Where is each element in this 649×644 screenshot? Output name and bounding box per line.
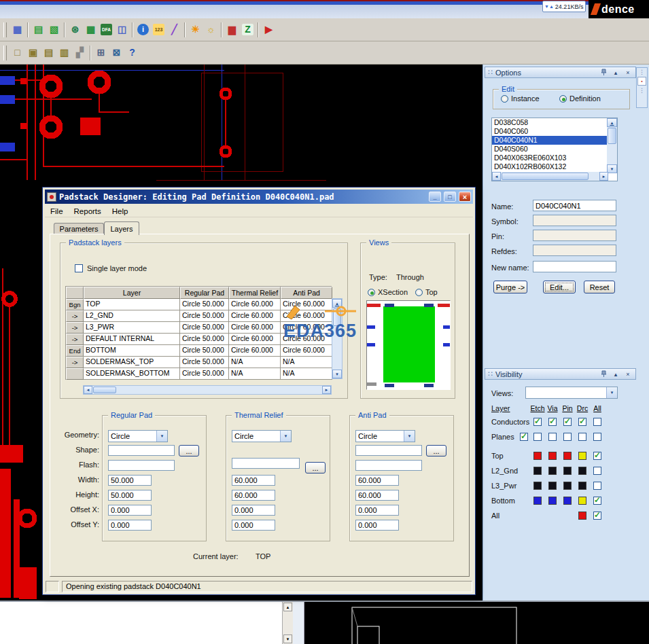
cell-layer[interactable]: L3_PWR <box>84 322 180 334</box>
waive-icon[interactable]: Z <box>240 22 256 37</box>
minimize-button[interactable]: _ <box>429 192 441 202</box>
layer-color-swatch[interactable] <box>578 452 586 460</box>
column-header[interactable]: Thermal Relief <box>229 287 281 299</box>
cell-anti-pad[interactable]: N/A <box>281 357 332 368</box>
close-panel-icon[interactable]: × <box>623 370 633 379</box>
layer-color-swatch[interactable] <box>578 482 586 490</box>
cell-thermal-relief[interactable]: Circle 60.000 <box>229 345 281 357</box>
cell-thermal-relief[interactable]: Circle 60.000 <box>229 334 281 345</box>
cell-regular-pad[interactable]: Circle 50.000 <box>180 334 229 345</box>
visibility-checkbox[interactable] <box>593 497 601 505</box>
tab-parameters[interactable]: Parameters <box>54 223 104 234</box>
info-icon[interactable]: i <box>135 22 151 37</box>
thermal-relief-flash-input[interactable] <box>232 458 300 469</box>
instance-radio[interactable]: Instance <box>501 94 540 103</box>
visibility-checkbox[interactable] <box>593 482 601 490</box>
chevron-down-icon[interactable] <box>606 387 617 398</box>
visibility-checkbox[interactable] <box>593 452 601 460</box>
regular-pad-geometry-select[interactable]: Circle <box>108 430 168 442</box>
dialog-titlebar[interactable]: Padstack Designer: Editing Pad Definitio… <box>45 190 473 204</box>
cell-thermal-relief[interactable]: Circle 60.000 <box>229 322 281 334</box>
anti-pad-shape-input[interactable] <box>355 445 422 456</box>
visibility-checkbox[interactable] <box>520 433 528 441</box>
maximize-button[interactable]: □ <box>444 192 456 202</box>
layer-color-swatch[interactable] <box>548 452 557 460</box>
padstack-list-item[interactable]: D040C060 <box>492 127 607 136</box>
row-marker[interactable]: -> <box>66 322 84 334</box>
scrollbar-thumb[interactable] <box>502 173 589 180</box>
layer-color-swatch[interactable] <box>563 467 572 475</box>
layer-color-swatch[interactable] <box>578 467 586 475</box>
panel-splitter[interactable] <box>293 601 304 644</box>
padstack-list-item[interactable]: D040X102RB060X132 <box>492 162 607 171</box>
cell-regular-pad[interactable]: Circle 50.000 <box>180 368 229 380</box>
anti-pad-flash-input[interactable] <box>355 460 422 471</box>
layer-color-swatch[interactable] <box>533 452 542 460</box>
design-status-icon[interactable]: ▶ <box>261 22 277 37</box>
visibility-checkbox[interactable] <box>578 433 586 441</box>
pin-icon[interactable] <box>599 370 608 379</box>
scroll-down-icon[interactable] <box>607 164 617 173</box>
library-icon[interactable]: ▣ <box>25 45 41 60</box>
library-edit-icon[interactable]: ▤ <box>41 45 56 60</box>
scroll-left-icon[interactable] <box>492 172 501 181</box>
anti-pad-width-input[interactable] <box>355 475 399 486</box>
visibility-checkbox[interactable] <box>578 418 586 426</box>
toolbar-grip[interactable] <box>3 22 7 37</box>
shadow-toggle-icon[interactable]: ☀ <box>188 22 203 37</box>
top-view-radio[interactable]: Top <box>415 288 438 296</box>
regular-pad-height-input[interactable] <box>108 490 152 501</box>
row-marker[interactable]: Bgn <box>66 299 84 310</box>
notes-icon[interactable]: ▥ <box>56 45 72 60</box>
brush-icon[interactable]: ╱ <box>166 22 182 37</box>
row-marker[interactable] <box>66 368 84 380</box>
thermal-relief-width-input[interactable] <box>232 475 275 486</box>
chevron-down-icon[interactable] <box>404 431 415 442</box>
bar-chart-icon[interactable]: ▆ <box>224 22 240 37</box>
edit-button[interactable]: Edit... <box>543 281 576 293</box>
cell-regular-pad[interactable]: Circle 50.000 <box>180 357 229 368</box>
list-vertical-scrollbar[interactable] <box>607 118 617 173</box>
layer-color-swatch[interactable] <box>548 482 557 490</box>
visibility-checkbox[interactable] <box>593 433 601 441</box>
grid-icon[interactable]: ▦ <box>10 22 25 37</box>
new-symbol-icon[interactable]: □ <box>10 45 25 60</box>
menu-reports[interactable]: Reports <box>69 207 107 216</box>
cell-regular-pad[interactable]: Circle 50.000 <box>180 310 229 322</box>
new-name-field[interactable] <box>533 261 616 272</box>
mini-tool-icon[interactable]: ▪ <box>637 77 646 86</box>
padstack-list-item[interactable]: D040C040N1 <box>492 136 607 145</box>
name-field[interactable] <box>533 200 616 211</box>
scroll-down-icon[interactable] <box>332 370 342 378</box>
help-icon[interactable]: ? <box>124 45 140 60</box>
cell-regular-pad[interactable]: Circle 50.000 <box>180 345 229 357</box>
regular-pad-flash-input[interactable] <box>108 460 175 471</box>
visibility-checkbox[interactable] <box>563 418 572 426</box>
cell-regular-pad[interactable]: Circle 50.000 <box>180 322 229 334</box>
anti-pad-offset-y-input[interactable] <box>355 520 399 531</box>
scrollbar-thumb[interactable] <box>93 387 116 393</box>
visibility-checkbox[interactable] <box>593 512 601 520</box>
definition-radio[interactable]: Definition <box>559 94 601 103</box>
anti-pad-height-input[interactable] <box>355 490 399 501</box>
layer-color-swatch[interactable] <box>563 482 572 490</box>
padstack-list-item[interactable]: D040X063RE060X103 <box>492 154 607 162</box>
mail-icon[interactable]: ⊠ <box>109 45 124 60</box>
cell-thermal-relief[interactable]: Circle 60.000 <box>229 310 281 322</box>
cell-anti-pad[interactable]: Circle 60.000 <box>281 345 332 357</box>
cell-layer[interactable]: SOLDERMASK_TOP <box>84 357 180 368</box>
pin-icon[interactable] <box>599 68 608 77</box>
scroll-right-icon[interactable] <box>322 386 331 394</box>
visibility-checkbox[interactable] <box>548 418 557 426</box>
module-icon[interactable]: ▤ <box>31 22 46 37</box>
scroll-down-icon[interactable]: ▼ <box>283 634 292 643</box>
command-window[interactable]: ▲ ▼ <box>0 601 293 644</box>
row-marker[interactable]: -> <box>66 310 84 322</box>
anti-pad-geometry-select[interactable]: Circle <box>355 430 415 442</box>
row-marker[interactable]: End <box>66 345 84 357</box>
purge-button[interactable]: Purge -> <box>493 281 527 293</box>
anti-pad-offset-x-input[interactable] <box>355 505 399 516</box>
cell-layer[interactable]: SOLDERMASK_BOTTOM <box>84 368 180 380</box>
table-horizontal-scrollbar[interactable] <box>83 385 332 395</box>
cell-thermal-relief[interactable]: N/A <box>229 368 281 380</box>
